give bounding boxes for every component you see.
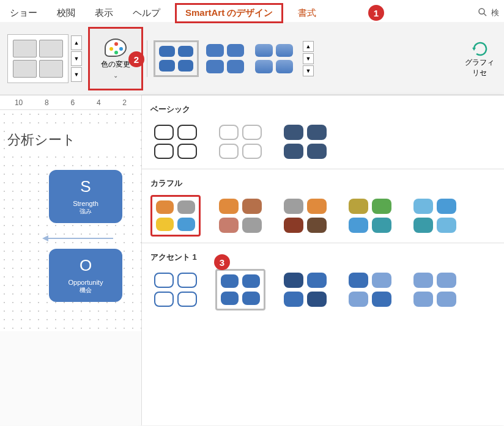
reset-graphic-button[interactable]: グラフィ リセ: [460, 37, 499, 81]
svg-marker-2: [472, 48, 476, 51]
style-up-button[interactable]: ▲: [303, 41, 314, 52]
swatch-accent1-2[interactable]: [215, 269, 265, 310]
swatch-accent1-3[interactable]: [280, 269, 330, 310]
tab-format[interactable]: 書式: [293, 5, 321, 21]
layout-up-button[interactable]: ▲: [71, 35, 82, 50]
swot-s-jp: 強み: [54, 207, 117, 216]
search-box[interactable]: 検: [478, 7, 499, 19]
colorful-row: [150, 195, 495, 237]
swot-o-block[interactable]: O Opportunity 機会: [49, 249, 122, 302]
layout-nav: ▲ ▼ ▼: [71, 35, 82, 82]
style-gallery: ▲ ▼ ▼: [147, 40, 314, 77]
section-basic-title: ベーシック: [150, 104, 495, 115]
swatch-basic-2[interactable]: [215, 121, 265, 163]
layout-gallery: ▲ ▼ ▼: [5, 32, 84, 86]
accent1-row: [150, 269, 495, 310]
style-thumb-3[interactable]: [251, 40, 297, 77]
layout-thumb[interactable]: [7, 34, 69, 83]
ruler-8: 8: [45, 98, 49, 107]
chevron-down-icon: ⌄: [113, 72, 118, 79]
divider-1: [142, 169, 504, 169]
search-label: 検: [491, 7, 499, 18]
style-more-button[interactable]: ▼: [303, 65, 314, 76]
swatch-colorful-4[interactable]: [345, 195, 395, 237]
slide-title: 分析シート: [6, 128, 135, 152]
ruler: 10 8 6 4 2: [0, 95, 141, 110]
reset-icon: [470, 39, 489, 57]
callout-3: 3: [214, 254, 230, 270]
style-thumb-1[interactable]: [154, 40, 199, 77]
swatch-accent1-5[interactable]: [410, 269, 460, 310]
swot-arrow: [40, 234, 113, 243]
style-nav: ▲ ▼ ▼: [303, 41, 314, 76]
swot-s-letter: S: [54, 177, 117, 196]
swot-s-en: Strength: [54, 200, 117, 207]
slide-canvas[interactable]: 分析シート S Strength 強み O Opportunity 機会: [0, 110, 141, 331]
ribbon-toolbar: ▲ ▼ ▼ 色の変更 ⌄ ▲ ▼ ▼ グラフィ リセ: [0, 22, 504, 95]
tab-review[interactable]: 校閲: [52, 5, 80, 21]
ribbon-tabs: ショー 校閲 表示 ヘルプ SmartArt のデザイン 書式 検: [0, 0, 504, 22]
layout-down-button[interactable]: ▼: [71, 51, 82, 66]
style-thumb-2[interactable]: [202, 40, 248, 77]
swatch-colorful-1[interactable]: [150, 195, 201, 237]
swatch-accent1-1[interactable]: [150, 269, 201, 310]
svg-point-0: [479, 9, 484, 14]
swot-o-en: Opportunity: [54, 279, 117, 286]
swatch-accent1-4[interactable]: [345, 269, 395, 310]
swot-s-block[interactable]: S Strength 強み: [49, 170, 122, 223]
swot-o-jp: 機会: [54, 286, 117, 295]
swot-o-letter: O: [54, 256, 117, 275]
layout-more-button[interactable]: ▼: [71, 67, 82, 82]
change-colors-label: 色の変更: [101, 59, 130, 70]
swatch-basic-3[interactable]: [280, 121, 330, 163]
reset-label-2: リセ: [472, 68, 487, 78]
ruler-4: 4: [97, 98, 101, 107]
divider-2: [142, 243, 504, 243]
slide-pane: 10 8 6 4 2 分析シート S Strength 強み O Opportu…: [0, 95, 142, 425]
main-area: 10 8 6 4 2 分析シート S Strength 強み O Opportu…: [0, 95, 504, 425]
section-colorful-title: カラフル: [150, 178, 495, 189]
style-down-button[interactable]: ▼: [303, 53, 314, 64]
tab-slideshow[interactable]: ショー: [5, 5, 42, 21]
tab-smartart-design[interactable]: SmartArt のデザイン: [175, 3, 283, 23]
tab-view[interactable]: 表示: [90, 5, 118, 21]
svg-line-1: [484, 13, 486, 16]
callout-1: 1: [368, 5, 384, 21]
color-dropdown-panel: ベーシック カラフル: [142, 95, 504, 425]
swatch-basic-1[interactable]: [150, 121, 201, 163]
search-icon: [478, 7, 487, 19]
swatch-colorful-3[interactable]: [280, 195, 330, 237]
basic-row: [150, 121, 495, 163]
palette-icon: [105, 39, 127, 57]
ruler-6: 6: [70, 98, 75, 107]
reset-label-1: グラフィ: [465, 57, 494, 68]
tab-help[interactable]: ヘルプ: [128, 5, 165, 21]
section-accent1-title: アクセント 1: [150, 252, 495, 263]
swatch-colorful-2[interactable]: [215, 195, 265, 237]
callout-2: 2: [128, 51, 144, 67]
swatch-colorful-5[interactable]: [410, 195, 460, 237]
ruler-2: 2: [122, 98, 127, 107]
ruler-10: 10: [15, 98, 23, 107]
